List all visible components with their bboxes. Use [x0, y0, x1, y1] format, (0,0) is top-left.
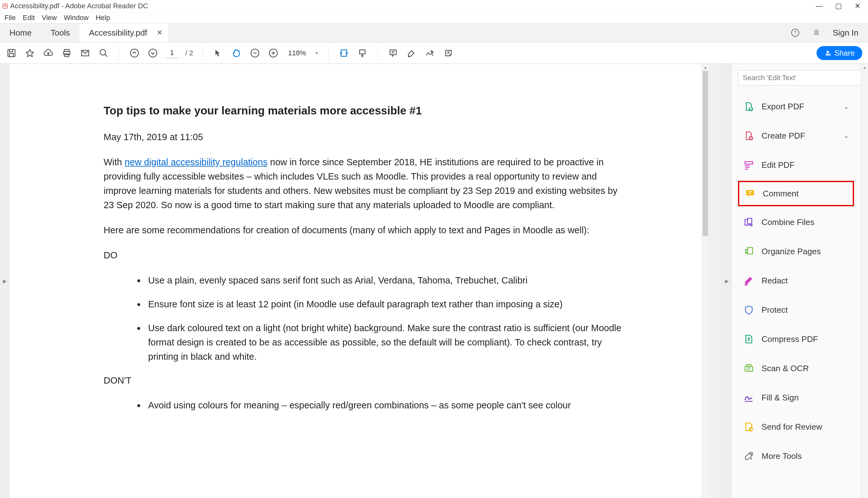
share-button[interactable]: Share — [816, 46, 862, 60]
scroll-up-icon[interactable]: ▲ — [861, 64, 868, 71]
tool-label: Combine Files — [762, 218, 814, 227]
chevron-down-icon: ⌄ — [843, 132, 849, 140]
menu-view[interactable]: View — [42, 14, 56, 22]
page-up-icon[interactable] — [129, 47, 140, 59]
menu-edit[interactable]: Edit — [23, 14, 35, 22]
menu-window[interactable]: Window — [64, 14, 89, 22]
save-icon[interactable] — [6, 47, 17, 59]
organize-icon — [743, 246, 754, 257]
signature-icon[interactable] — [424, 47, 436, 59]
current-page-input[interactable] — [166, 48, 178, 58]
tool-label: Fill & Sign — [762, 393, 799, 403]
tool-sign[interactable]: Fill & Sign — [738, 383, 854, 412]
minimize-button[interactable]: — — [815, 2, 824, 10]
tools-search[interactable] — [738, 70, 862, 86]
highlight-icon[interactable] — [406, 47, 417, 59]
redact-icon — [743, 275, 754, 286]
help-icon[interactable]: ? — [790, 28, 800, 38]
search-icon[interactable] — [98, 47, 109, 59]
tool-review[interactable]: Send for Review — [738, 412, 854, 442]
tool-label: Comment — [763, 189, 799, 199]
total-pages: / 2 — [185, 49, 193, 57]
chevron-right-icon: ▶ — [3, 278, 7, 284]
list-item: Use dark coloured text on a light (not b… — [145, 321, 625, 364]
tool-combine[interactable]: Combine Files — [738, 208, 854, 237]
share-label: Share — [834, 49, 855, 57]
do-list: Use a plain, evenly spaced sans serif fo… — [104, 273, 625, 364]
document-scrollbar[interactable]: ▲ — [702, 64, 709, 498]
maximize-button[interactable]: ▢ — [834, 2, 843, 10]
cloud-upload-icon[interactable] — [43, 47, 54, 59]
svg-rect-6 — [10, 53, 14, 56]
menu-help[interactable]: Help — [96, 14, 110, 22]
main-toolbar: / 2 118% ▼ Share — [0, 42, 868, 64]
more-icon — [743, 450, 754, 462]
svg-rect-24 — [748, 218, 752, 224]
tool-edit[interactable]: Edit PDF — [738, 150, 854, 180]
fit-page-icon[interactable] — [357, 47, 368, 59]
tool-create[interactable]: Create PDF⌄ — [738, 121, 854, 150]
tab-bar: Home Tools Accessibility.pdf ✕ ? Sign In — [0, 23, 868, 42]
svg-rect-29 — [747, 365, 751, 366]
tool-compress[interactable]: Compress PDF — [738, 325, 854, 354]
toolbar-separator — [378, 47, 378, 60]
tool-label: More Tools — [762, 451, 802, 461]
page-down-icon[interactable] — [147, 47, 159, 59]
scroll-thumb[interactable] — [703, 71, 708, 236]
window-controls: — ▢ ✕ — [815, 2, 862, 10]
title-bar: Accessibility.pdf - Adobe Acrobat Reader… — [0, 0, 868, 12]
list-item: Ensure font size is at least 12 point (i… — [145, 297, 625, 312]
close-button[interactable]: ✕ — [853, 2, 862, 10]
stamp-icon[interactable] — [443, 47, 454, 59]
tab-tools[interactable]: Tools — [41, 24, 79, 42]
menu-bar: File Edit View Window Help — [0, 12, 868, 23]
left-nav-pane-toggle[interactable]: ▶ — [0, 64, 10, 498]
comment-icon — [744, 188, 756, 199]
document-viewport[interactable]: Top tips to make your learning materials… — [10, 64, 722, 498]
zoom-out-icon[interactable] — [249, 47, 261, 59]
notifications-icon[interactable] — [812, 28, 821, 38]
tool-redact[interactable]: Redact — [738, 266, 854, 295]
scan-icon — [743, 363, 754, 374]
sign-in-button[interactable]: Sign In — [833, 28, 858, 38]
svg-point-13 — [149, 49, 157, 57]
tab-home[interactable]: Home — [0, 24, 41, 42]
tool-protect[interactable]: Protect — [738, 295, 854, 325]
hand-tool-icon[interactable] — [231, 47, 242, 59]
tool-scan[interactable]: Scan & OCR — [738, 354, 854, 383]
star-icon[interactable] — [24, 47, 36, 59]
mail-icon[interactable] — [79, 47, 91, 59]
tab-document[interactable]: Accessibility.pdf ✕ — [79, 24, 169, 42]
tools-search-input[interactable] — [743, 74, 857, 82]
sticky-note-icon[interactable] — [387, 47, 399, 59]
tool-comment[interactable]: Comment — [738, 181, 854, 206]
tool-organize[interactable]: Organize Pages — [738, 237, 854, 266]
tools-panel-scrollbar[interactable]: ▲ — [861, 64, 868, 498]
dont-list: Avoid using colours for meaning – especi… — [104, 398, 625, 412]
page-heading: Top tips to make your learning materials… — [104, 102, 663, 119]
scroll-up-icon[interactable]: ▲ — [702, 64, 709, 71]
content-area: ▶ Top tips to make your learning materia… — [0, 64, 868, 498]
regulations-link[interactable]: new digital accessibility regulations — [124, 157, 267, 167]
tool-more[interactable]: More Tools — [738, 442, 854, 471]
selection-tool-icon[interactable] — [212, 47, 224, 59]
tool-export[interactable]: Export PDF⌄ — [738, 92, 854, 121]
zoom-dropdown-icon[interactable]: ▼ — [315, 51, 319, 55]
tool-label: Edit PDF — [762, 160, 794, 170]
right-pane-toggle[interactable]: ▶ — [722, 64, 731, 498]
zoom-in-icon[interactable] — [267, 47, 279, 59]
svg-rect-22 — [745, 161, 753, 164]
tab-document-label: Accessibility.pdf — [89, 28, 147, 38]
menu-file[interactable]: File — [4, 14, 16, 22]
edit-icon — [743, 159, 754, 171]
fit-width-icon[interactable] — [338, 47, 350, 59]
tool-label: Redact — [762, 276, 788, 286]
tool-label: Send for Review — [762, 422, 822, 432]
list-item: Avoid using colours for meaning – especi… — [145, 398, 625, 412]
print-icon[interactable] — [61, 47, 73, 59]
window-title: Accessibility.pdf - Adobe Acrobat Reader… — [10, 2, 815, 10]
intro-paragraph: With new digital accessibility regulatio… — [104, 155, 625, 212]
tab-close-button[interactable]: ✕ — [157, 29, 162, 37]
tool-label: Protect — [762, 305, 788, 315]
compress-icon — [743, 333, 754, 345]
